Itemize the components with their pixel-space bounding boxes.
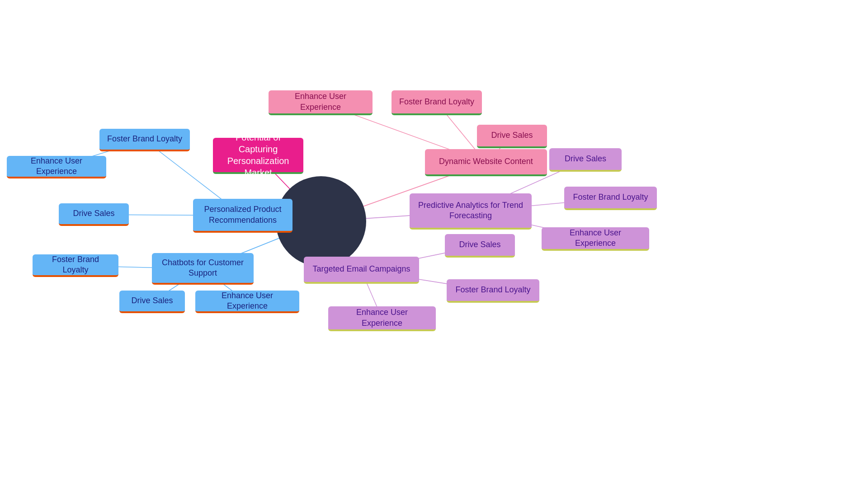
node-foster-brand-left-top: Foster Brand Loyalty <box>99 129 190 151</box>
node-drive-sales-far-right: Drive Sales <box>549 148 622 172</box>
node-enhance-user-bottom-right: Enhance User Experience <box>328 306 436 331</box>
node-enhance-user-top: Enhance User Experience <box>269 90 373 115</box>
node-potential-capturing: Potential of CapturingPersonalization Ma… <box>213 138 303 174</box>
node-enhance-user-far-right: Enhance User Experience <box>542 227 649 251</box>
node-drive-sales-left2: Drive Sales <box>119 291 185 313</box>
node-personalized: Personalized ProductRecommendations <box>193 199 292 233</box>
node-enhance-user-bottom-left: Enhance User Experience <box>195 291 299 313</box>
node-foster-brand-top-right: Foster Brand Loyalty <box>392 90 482 115</box>
node-foster-brand-far-right: Foster Brand Loyalty <box>564 187 657 210</box>
mindmap-container: Personalized ProductRecommendations Fost… <box>0 0 868 488</box>
node-predictive-analytics: Predictive Analytics for TrendForecastin… <box>410 193 532 230</box>
node-drive-sales-right-mid: Drive Sales <box>445 234 515 258</box>
node-enhance-user-left: Enhance User Experience <box>7 156 106 178</box>
node-foster-brand-right-bottom: Foster Brand Loyalty <box>447 279 539 303</box>
node-drive-sales-top-right: Drive Sales <box>477 125 547 148</box>
connections-svg <box>0 0 868 488</box>
node-dynamic-website: Dynamic Website Content <box>425 149 547 176</box>
node-targeted-email: Targeted Email Campaigns <box>304 257 419 284</box>
node-drive-sales-left: Drive Sales <box>59 203 129 226</box>
node-foster-brand-left-bottom: Foster Brand Loyalty <box>33 254 118 277</box>
node-chatbots: Chatbots for CustomerSupport <box>152 253 254 285</box>
